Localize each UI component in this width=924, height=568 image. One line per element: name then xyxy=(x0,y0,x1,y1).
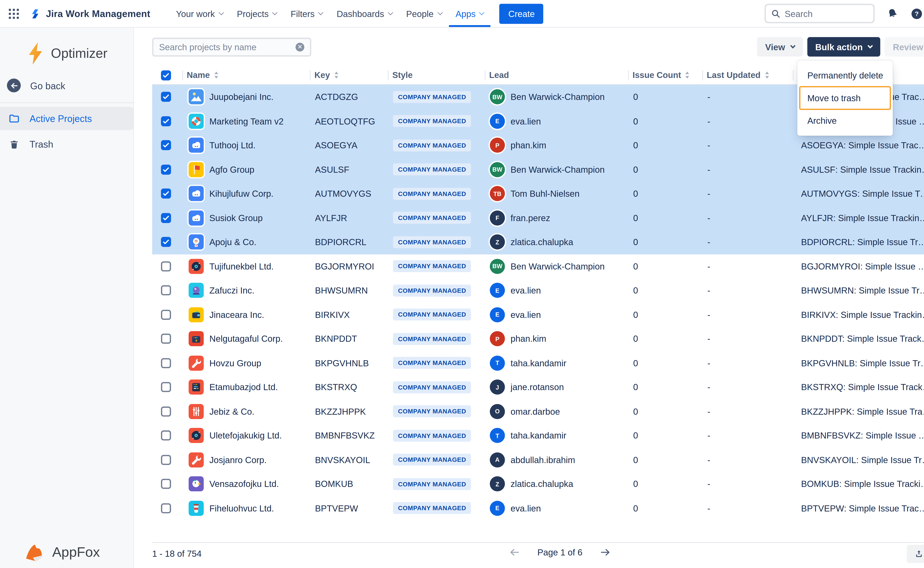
next-page-icon[interactable] xyxy=(599,546,611,559)
table-row[interactable]: Apoju & Co.BDPIORCRLCOMPANY MANAGEDZzlat… xyxy=(152,230,924,254)
project-key-cell: AEOTLOQTFG xyxy=(310,116,388,126)
row-checkbox[interactable] xyxy=(161,261,171,271)
nav-item-projects[interactable]: Projects xyxy=(230,0,284,27)
menu-item-archive[interactable]: Archive xyxy=(797,109,893,132)
table-row[interactable]: Uletefojakukig Ltd.BMBNFBSVKZCOMPANY MAN… xyxy=(152,423,924,448)
lead-name: taha.kandamir xyxy=(511,358,566,368)
row-checkbox-cell xyxy=(152,382,182,392)
issue-count-cell: 0 xyxy=(628,116,702,126)
style-badge: COMPANY MANAGED xyxy=(393,309,471,321)
column-header-lead[interactable]: Lead xyxy=(485,66,628,84)
nav-item-people[interactable]: People xyxy=(399,0,449,27)
row-checkbox[interactable] xyxy=(161,431,171,441)
row-checkbox[interactable] xyxy=(161,310,171,320)
table-row[interactable]: Etamubazjod Ltd.BKSTRXQCOMPANY MANAGEDJj… xyxy=(152,375,924,399)
table-row[interactable]: Kihujlufuw Corp.AUTMOVYGSCOMPANY MANAGED… xyxy=(152,181,924,206)
table-row[interactable]: Nelgutagaful Corp.BKNPDDTCOMPANY MANAGED… xyxy=(152,327,924,351)
column-label: Key xyxy=(315,70,330,80)
menu-item-move-to-trash[interactable]: Move to trash xyxy=(800,87,890,109)
global-search-input[interactable] xyxy=(785,9,857,18)
issue-count-cell: 0 xyxy=(628,140,702,150)
column-header-key[interactable]: Key xyxy=(310,66,388,84)
fox-icon xyxy=(24,542,48,563)
project-lead-cell: Ffran.perez xyxy=(485,210,628,225)
row-checkbox[interactable] xyxy=(161,358,171,368)
column-header-last-updated[interactable]: Last Updated xyxy=(702,66,793,84)
table-row[interactable]: Susiok GroupAYLFJRCOMPANY MANAGEDFfran.p… xyxy=(152,206,924,230)
select-all-checkbox[interactable] xyxy=(161,70,171,80)
row-checkbox[interactable] xyxy=(161,286,171,295)
table-row[interactable]: Jebiz & Co.BKZZJHPPKCOMPANY MANAGEDOomar… xyxy=(152,399,924,423)
table-row[interactable]: Jinaceara Inc.BIRKIVXCOMPANY MANAGEDEeva… xyxy=(152,302,924,327)
row-checkbox[interactable] xyxy=(161,382,171,392)
project-description: BKNPDDT: Simple Issue Tracking I... xyxy=(793,327,924,351)
jira-logo[interactable]: Jira Work Management xyxy=(29,7,150,20)
project-key-cell: BIRKIVX xyxy=(310,310,388,320)
style-badge: COMPANY MANAGED xyxy=(393,188,471,200)
issue-count: 0 xyxy=(633,382,638,392)
table-row[interactable]: Fiheluohvuc Ltd.BPTVEPWCOMPANY MANAGEDEe… xyxy=(152,496,924,520)
sidebar-item-trash[interactable]: Trash xyxy=(0,133,134,156)
style-badge: COMPANY MANAGED xyxy=(393,478,471,490)
project-avatar-wrench-icon xyxy=(189,452,204,467)
row-checkbox[interactable] xyxy=(161,213,171,223)
last-updated-cell: - xyxy=(702,213,793,223)
lead-name: omar.darboe xyxy=(511,406,560,416)
table-row[interactable]: Agfo GroupASULSFCOMPANY MANAGEDBWBen War… xyxy=(152,157,924,181)
issue-count-cell: 0 xyxy=(628,237,702,247)
nav-item-your-work[interactable]: Your work xyxy=(169,0,230,27)
go-back-button[interactable]: Go back xyxy=(7,79,65,92)
review-changes-button[interactable]: Review changes xyxy=(885,37,924,56)
project-key: ASULSF xyxy=(315,165,349,174)
export-button[interactable]: Export xyxy=(906,545,924,563)
column-header-issue-count[interactable]: Issue Count xyxy=(628,66,702,84)
project-avatar-sliders-icon xyxy=(189,404,204,419)
row-checkbox[interactable] xyxy=(161,455,171,465)
project-lead-cell: Oomar.darboe xyxy=(485,404,628,419)
sidebar-item-active-projects[interactable]: Active Projects xyxy=(0,107,134,130)
project-search[interactable]: ✕ xyxy=(152,38,311,56)
table-row[interactable]: Zafuczi Inc.BHWSUMRNCOMPANY MANAGEDEeva.… xyxy=(152,278,924,302)
row-checkbox[interactable] xyxy=(161,334,171,344)
table-row[interactable]: Tujifunekbel Ltd.BGJORMYROICOMPANY MANAG… xyxy=(152,254,924,278)
notifications-icon[interactable] xyxy=(885,7,899,21)
table-row[interactable]: Tuthooj Ltd.ASOEGYACOMPANY MANAGEDPphan.… xyxy=(152,133,924,157)
project-style-cell: COMPANY MANAGED xyxy=(388,284,485,296)
row-checkbox[interactable] xyxy=(161,116,171,126)
project-search-input[interactable] xyxy=(159,42,295,52)
table-row[interactable]: Hovzu GroupBKPGVHNLBCOMPANY MANAGEDTtaha… xyxy=(152,351,924,375)
bulk-action-button[interactable]: Bulk action xyxy=(807,37,880,56)
issue-count-cell: 0 xyxy=(628,455,702,465)
last-updated: - xyxy=(708,189,710,199)
project-style-cell: COMPANY MANAGED xyxy=(388,502,485,514)
project-lead-cell: BWBen Warwick-Champion xyxy=(485,89,628,104)
lightning-bolt-icon xyxy=(26,42,45,65)
row-checkbox[interactable] xyxy=(161,237,171,247)
menu-item-permanently-delete[interactable]: Permanently delete xyxy=(797,64,893,87)
row-checkbox[interactable] xyxy=(161,406,171,416)
view-button[interactable]: View xyxy=(757,37,803,56)
row-checkbox[interactable] xyxy=(161,140,171,150)
table-row[interactable]: Vensazofojku Ltd.BOMKUBCOMPANY MANAGEDZz… xyxy=(152,472,924,496)
nav-item-dashboards[interactable]: Dashboards xyxy=(330,0,399,27)
nav-item-apps[interactable]: Apps xyxy=(449,0,491,27)
app-switcher-icon[interactable] xyxy=(8,7,20,20)
clear-search-icon[interactable]: ✕ xyxy=(295,43,304,51)
prev-page-icon[interactable] xyxy=(508,546,521,559)
row-checkbox[interactable] xyxy=(161,165,171,174)
row-checkbox[interactable] xyxy=(161,189,171,199)
column-header-name[interactable]: Name xyxy=(182,66,310,84)
svg-text:?: ? xyxy=(915,10,919,17)
nav-item-filters[interactable]: Filters xyxy=(284,0,330,27)
issue-count: 0 xyxy=(633,455,638,465)
row-checkbox[interactable] xyxy=(161,92,171,102)
project-name-cell: Jebiz & Co. xyxy=(182,404,310,419)
row-checkbox[interactable] xyxy=(161,503,171,513)
create-button[interactable]: Create xyxy=(499,3,543,24)
column-header-style[interactable]: Style xyxy=(388,66,485,84)
last-updated: - xyxy=(708,310,710,320)
row-checkbox[interactable] xyxy=(161,479,171,489)
help-icon[interactable]: ? xyxy=(910,7,924,21)
table-row[interactable]: Josjanro Corp.BNVSKAYOILCOMPANY MANAGEDA… xyxy=(152,448,924,472)
global-search[interactable] xyxy=(765,4,874,23)
